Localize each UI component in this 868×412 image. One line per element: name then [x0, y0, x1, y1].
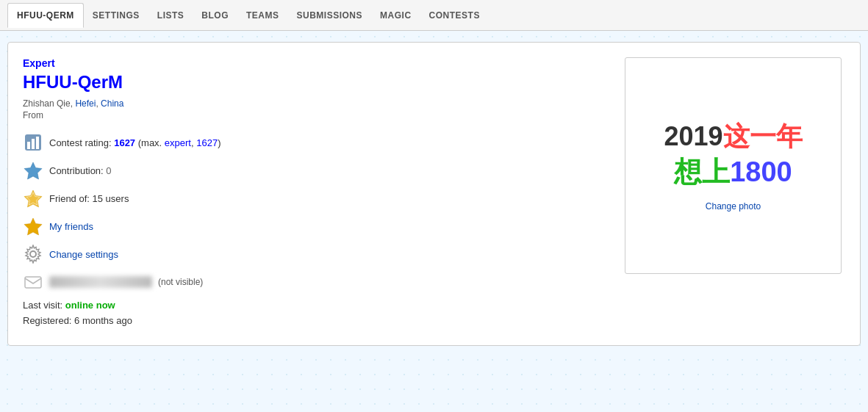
username: HFUU-QerM: [23, 72, 610, 93]
profile-right: 2019这一年 想上1800 Change photo: [625, 57, 845, 330]
friend-icon: [23, 188, 43, 209]
nav-item-contests[interactable]: CONTESTS: [420, 3, 489, 28]
nav-item-hfuu-qerm[interactable]: HFUU-QERM: [7, 3, 84, 28]
change-photo-link[interactable]: Change photo: [706, 201, 761, 212]
profile-left: Expert HFUU-QerM Zhishan Qie, Hefei, Chi…: [23, 57, 610, 330]
profile-card: Expert HFUU-QerM Zhishan Qie, Hefei, Chi…: [7, 42, 861, 346]
contribution-icon: [23, 160, 43, 181]
svg-point-8: [30, 251, 36, 257]
svg-rect-1: [27, 142, 30, 149]
my-friends-link[interactable]: My friends: [49, 221, 93, 232]
registered-value: 6 months ago: [74, 315, 132, 326]
nav-item-blog[interactable]: BLOG: [193, 3, 237, 28]
svg-rect-3: [36, 137, 39, 149]
photo-chinese-red: 这一年: [723, 121, 803, 151]
last-visit-value: online now: [65, 300, 115, 311]
contribution-value: 0: [106, 165, 111, 176]
photo-year: 2019: [664, 121, 722, 151]
location-country-link[interactable]: China: [101, 98, 123, 109]
email-row: (not visible): [23, 272, 610, 292]
svg-rect-2: [32, 139, 35, 149]
envelope-icon: [23, 272, 43, 292]
nav-item-magic[interactable]: MAGIC: [371, 3, 420, 28]
my-friends-text: My friends: [49, 221, 93, 232]
nav-item-teams[interactable]: TEAMS: [237, 3, 288, 28]
photo-text-line2: 想上1800: [674, 154, 792, 190]
svg-marker-7: [24, 218, 42, 235]
from-label: From: [23, 110, 610, 120]
friend-row: Friend of: 15 users: [23, 188, 610, 209]
location-name: Zhishan Qie: [23, 98, 71, 109]
gear-icon: [23, 244, 43, 264]
contribution-row: Contribution: 0: [23, 160, 610, 181]
location: Zhishan Qie, Hefei, China: [23, 98, 610, 109]
contest-rating-icon: [23, 132, 43, 153]
photo-number-blue: 1800: [730, 156, 792, 187]
change-settings-link[interactable]: Change settings: [49, 249, 118, 260]
contribution-text: Contribution: 0: [49, 165, 112, 176]
svg-marker-4: [24, 162, 42, 179]
rating-max-value: 1627: [196, 137, 218, 148]
rating-max-rank: expert: [165, 137, 191, 148]
svg-rect-9: [25, 277, 41, 288]
my-friends-row: My friends: [23, 216, 610, 236]
location-city-link[interactable]: Hefei: [75, 98, 96, 109]
last-visit-label: Last visit:: [23, 300, 62, 311]
my-friends-icon: [23, 216, 43, 236]
registered-label: Registered:: [23, 315, 71, 326]
email-not-visible: (not visible): [158, 277, 203, 287]
photo-text-line1: 2019这一年: [664, 120, 802, 154]
registered-row: Registered: 6 months ago: [23, 315, 610, 326]
nav-item-settings[interactable]: SETTINGS: [84, 3, 148, 28]
photo-box: 2019这一年 想上1800 Change photo: [625, 57, 842, 274]
nav-item-lists[interactable]: LISTS: [148, 3, 193, 28]
contest-rating-text: Contest rating: 1627 (max. expert, 1627): [49, 137, 220, 148]
change-settings-text: Change settings: [49, 249, 118, 260]
rating-value: 1627: [114, 137, 135, 148]
contest-rating-row: Contest rating: 1627 (max. expert, 1627): [23, 132, 610, 153]
nav-item-submissions[interactable]: SUBMISSIONS: [288, 3, 372, 28]
email-blurred: [49, 276, 152, 288]
friend-count: 15 users: [93, 193, 129, 204]
friend-text: Friend of: 15 users: [49, 193, 129, 204]
photo-chinese-green: 想上: [674, 156, 730, 187]
change-settings-row: Change settings: [23, 244, 610, 264]
rank-label: Expert: [23, 57, 610, 69]
top-nav: HFUU-QERM SETTINGS LISTS BLOG TEAMS SUBM…: [0, 0, 868, 31]
page-wrapper: HFUU-QERM SETTINGS LISTS BLOG TEAMS SUBM…: [0, 0, 868, 357]
last-visit-row: Last visit: online now: [23, 300, 610, 311]
main-content: Expert HFUU-QerM Zhishan Qie, Hefei, Chi…: [0, 31, 868, 357]
